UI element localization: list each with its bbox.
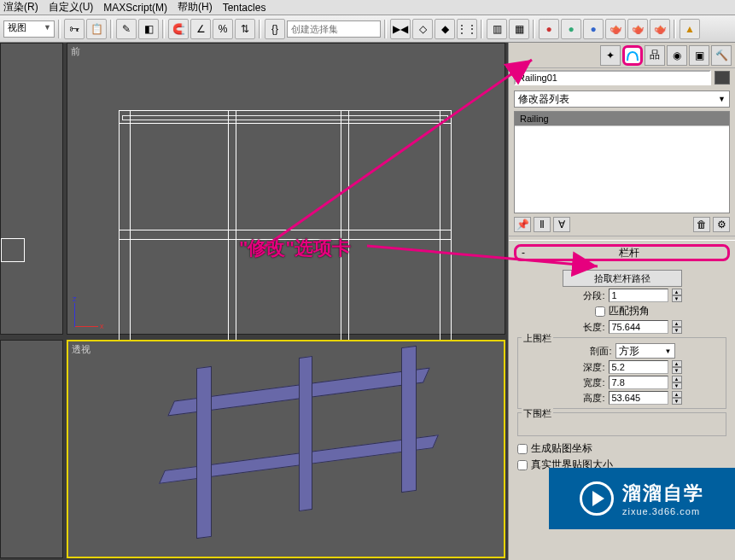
named-sel-sets-icon[interactable]: {}: [265, 19, 285, 39]
lasso-icon[interactable]: ✎: [116, 19, 137, 39]
main-toolbar: 视图 🗝 📋 ✎ ◧ 🧲 ∠ % ⇅ {} ▶◀ ◇ ◆ ⋮⋮ ▥ ▦ ● ● …: [0, 15, 735, 43]
length-spinner[interactable]: ▲▼: [672, 320, 682, 334]
viewport-front[interactable]: 前 xz: [67, 43, 505, 335]
modify-tab-icon[interactable]: [622, 45, 643, 66]
length-input[interactable]: [609, 320, 668, 334]
gen-mapping-checkbox[interactable]: 生成贴图坐标: [517, 441, 592, 456]
front-view-railing: [119, 110, 452, 358]
render-teapot2-icon[interactable]: 🫖: [627, 19, 648, 39]
render-iterative-icon[interactable]: ●: [583, 19, 604, 39]
remove-modifier-icon[interactable]: 🗑: [693, 217, 710, 232]
segments-label: 分段:: [563, 289, 605, 302]
menu-customize[interactable]: 自定义(U): [49, 0, 94, 15]
menu-maxscript[interactable]: MAXScript(M): [103, 2, 167, 14]
schematic-view-icon[interactable]: ▥: [487, 19, 507, 39]
modifier-stack-item[interactable]: Railing: [515, 112, 729, 126]
view-mode-dropdown[interactable]: 视图: [3, 20, 55, 38]
object-name-input[interactable]: [514, 70, 711, 85]
match-corners-checkbox[interactable]: 匹配拐角: [595, 304, 650, 318]
modifier-stack-toolbar: 📌 Ⅱ ∀ 🗑 ⚙: [514, 217, 730, 232]
width-label: 宽度:: [563, 376, 605, 389]
length-label: 长度:: [563, 321, 605, 334]
motion-tab-icon[interactable]: ◉: [667, 45, 687, 66]
segments-input[interactable]: [609, 289, 668, 302]
rollout-railing-title: 栏杆: [535, 246, 722, 260]
quick-align-icon[interactable]: ◆: [435, 19, 455, 39]
watermark: 溜溜自学 zixue.3d66.com: [549, 468, 735, 529]
pick-railing-path-button[interactable]: 拾取栏杆路径: [563, 270, 682, 287]
render-teapot1-icon[interactable]: 🫖: [605, 19, 626, 39]
percent-snap-icon[interactable]: %: [213, 19, 233, 39]
window-crossing-icon[interactable]: ◧: [138, 19, 159, 39]
height-spinner[interactable]: ▲▼: [672, 391, 682, 405]
object-color-swatch[interactable]: [715, 71, 730, 85]
command-panel-tabs: ✦ 品 ◉ ▣ 🔨: [509, 43, 735, 68]
viewport-perspective[interactable]: 透视: [67, 340, 505, 558]
make-unique-icon[interactable]: ∀: [553, 217, 570, 232]
profile-label: 剖面:: [569, 345, 612, 358]
perspective-railing: [145, 367, 452, 555]
height-input[interactable]: [609, 391, 668, 405]
menu-bar: 渲染(R) 自定义(U) MAXScript(M) 帮助(H) Tentacle…: [0, 0, 735, 15]
viewport-front-label: 前: [71, 45, 80, 58]
depth-label: 深度:: [563, 361, 605, 374]
play-icon: [580, 481, 614, 516]
menu-render[interactable]: 渲染(R): [3, 0, 38, 15]
keyframe-icon[interactable]: 🗝: [64, 19, 85, 39]
width-spinner[interactable]: ▲▼: [672, 376, 682, 389]
utilities-tab-icon[interactable]: 🔨: [711, 45, 732, 66]
selection-set-input[interactable]: [287, 20, 381, 38]
angle-snap-icon[interactable]: ∠: [190, 19, 211, 39]
render-setup-icon[interactable]: ●: [539, 19, 559, 39]
height-label: 高度:: [563, 392, 605, 405]
viewport-bottom-left[interactable]: [0, 340, 63, 558]
show-end-result-icon[interactable]: Ⅱ: [534, 217, 551, 232]
modifier-stack[interactable]: Railing: [514, 111, 730, 213]
mirror-icon[interactable]: ▶◀: [390, 19, 411, 39]
menu-tentacles[interactable]: Tentacles: [223, 2, 266, 14]
width-input[interactable]: [609, 376, 668, 389]
modifier-list-dropdown[interactable]: 修改器列表: [514, 90, 730, 108]
array-icon[interactable]: ⋮⋮: [457, 19, 477, 39]
bottom-rail-group-label: 下围栏: [522, 407, 553, 420]
asset-browser-icon[interactable]: ▲: [680, 19, 700, 39]
display-tab-icon[interactable]: ▣: [689, 45, 709, 66]
depth-input[interactable]: [609, 360, 668, 374]
spinner-snap-icon[interactable]: ⇅: [235, 19, 255, 39]
viewport-area: 前 xz 透视: [0, 43, 508, 560]
create-tab-icon[interactable]: ✦: [600, 45, 621, 66]
segments-spinner[interactable]: ▲▼: [672, 289, 682, 302]
layer-icon[interactable]: 📋: [86, 19, 107, 39]
profile-dropdown[interactable]: 方形: [615, 343, 675, 359]
pin-stack-icon[interactable]: 📌: [514, 217, 531, 232]
rollout-railing-header[interactable]: - 栏杆: [514, 244, 730, 261]
annotation-text: "修改"选项卡: [239, 236, 351, 261]
menu-help[interactable]: 帮助(H): [178, 0, 213, 15]
axis-gizmo: xz: [74, 293, 108, 327]
watermark-url: zixue.3d66.com: [622, 506, 704, 516]
top-rail-group-label: 上围栏: [522, 332, 553, 345]
watermark-title: 溜溜自学: [622, 481, 704, 506]
render-teapot3-icon[interactable]: 🫖: [650, 19, 670, 39]
material-editor-icon[interactable]: ▦: [509, 19, 529, 39]
depth-spinner[interactable]: ▲▼: [672, 360, 682, 374]
viewport-perspective-label: 透视: [72, 343, 90, 356]
configure-sets-icon[interactable]: ⚙: [713, 217, 730, 232]
rendered-frame-icon[interactable]: ●: [561, 19, 581, 39]
hierarchy-tab-icon[interactable]: 品: [645, 45, 665, 66]
align-icon[interactable]: ◇: [412, 19, 433, 39]
viewport-left[interactable]: [0, 43, 63, 335]
snap-toggle-icon[interactable]: 🧲: [168, 19, 189, 39]
